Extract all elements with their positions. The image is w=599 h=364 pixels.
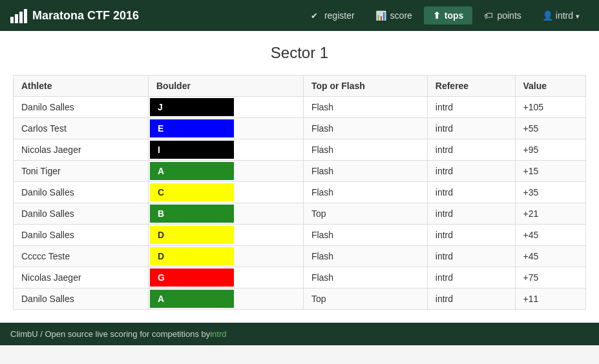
boulder-badge: A bbox=[150, 162, 234, 180]
cell-athlete: Carlos Test bbox=[14, 118, 149, 139]
boulder-badge: B bbox=[150, 205, 234, 223]
page-title: Sector 1 bbox=[13, 44, 586, 62]
cell-athlete: Nicolas Jaeger bbox=[14, 139, 149, 161]
table-header: Athlete Boulder Top or Flash Referee Val… bbox=[14, 76, 586, 97]
cell-boulder: I bbox=[149, 139, 304, 161]
col-boulder: Boulder bbox=[149, 76, 304, 97]
table-row: Nicolas JaegerIFlashintrd+95 bbox=[14, 139, 586, 161]
nav-score-label: score bbox=[390, 10, 412, 21]
nav-score[interactable]: 📊 score bbox=[366, 6, 421, 25]
cell-value: +55 bbox=[515, 118, 586, 139]
cell-value: +105 bbox=[515, 97, 586, 118]
cell-athlete: Ccccc Teste bbox=[14, 246, 149, 267]
boulder-badge: D bbox=[150, 226, 234, 244]
cell-value: +11 bbox=[515, 288, 586, 310]
table-row: Danilo SallesDFlashintrd+45 bbox=[14, 225, 586, 246]
cell-boulder: J bbox=[149, 97, 304, 118]
person-icon: 👤 bbox=[542, 10, 553, 21]
cell-boulder: C bbox=[149, 182, 304, 203]
cell-athlete: Danilo Salles bbox=[14, 97, 149, 118]
footer: ClimbU / Open source live scoring for co… bbox=[0, 323, 599, 345]
cell-referee: intrd bbox=[427, 225, 515, 246]
nav-items: register 📊 score ⬆ tops 🏷 points 👤 intrd bbox=[302, 6, 589, 25]
nav-register-label: register bbox=[324, 10, 355, 21]
cell-top-or-flash: Flash bbox=[303, 246, 427, 267]
bar4 bbox=[24, 9, 27, 23]
boulder-badge: G bbox=[150, 268, 234, 287]
brand-title: Maratona CTF 2016 bbox=[32, 9, 139, 23]
table-row: Carlos TestEFlashintrd+55 bbox=[14, 118, 586, 139]
col-top-or-flash: Top or Flash bbox=[303, 76, 427, 97]
table-body: Danilo SallesJFlashintrd+105Carlos TestE… bbox=[14, 97, 586, 310]
cell-value: +45 bbox=[515, 246, 586, 267]
boulder-badge: E bbox=[150, 119, 234, 137]
table-row: Danilo SallesJFlashintrd+105 bbox=[14, 97, 586, 118]
cell-boulder: B bbox=[149, 203, 304, 225]
bar1 bbox=[10, 17, 14, 23]
cell-athlete: Danilo Salles bbox=[14, 225, 149, 246]
table-row: Danilo SallesBTopintrd+21 bbox=[14, 203, 586, 225]
boulder-badge: D bbox=[150, 247, 234, 265]
boulder-badge: A bbox=[150, 290, 234, 308]
cell-boulder: G bbox=[149, 267, 304, 288]
brand: Maratona CTF 2016 bbox=[10, 8, 139, 23]
footer-text: ClimbU / Open source live scoring for co… bbox=[10, 329, 210, 339]
data-table: Athlete Boulder Top or Flash Referee Val… bbox=[13, 75, 586, 310]
nav-tops[interactable]: ⬆ tops bbox=[424, 6, 473, 25]
header-row: Athlete Boulder Top or Flash Referee Val… bbox=[14, 76, 586, 97]
cell-athlete: Toni Tiger bbox=[14, 161, 149, 182]
nav-intrd-label: intrd bbox=[556, 10, 573, 21]
dropdown-caret bbox=[576, 10, 580, 21]
bar2 bbox=[15, 14, 18, 23]
cell-athlete: Danilo Salles bbox=[14, 182, 149, 203]
cell-referee: intrd bbox=[427, 267, 515, 288]
brand-icon bbox=[10, 8, 27, 23]
cell-value: +35 bbox=[515, 182, 586, 203]
cell-value: +15 bbox=[515, 161, 586, 182]
check-icon bbox=[311, 10, 321, 21]
cell-top-or-flash: Flash bbox=[303, 161, 427, 182]
cell-referee: intrd bbox=[427, 97, 515, 118]
cell-boulder: E bbox=[149, 118, 304, 139]
footer-link[interactable]: intrd bbox=[210, 329, 226, 339]
col-referee: Referee bbox=[427, 76, 515, 97]
chart-icon: 📊 bbox=[375, 10, 386, 21]
upload-icon: ⬆ bbox=[433, 10, 441, 21]
bar3 bbox=[19, 12, 23, 23]
nav-tops-label: tops bbox=[445, 10, 464, 21]
boulder-badge: C bbox=[150, 183, 234, 201]
cell-referee: intrd bbox=[427, 139, 515, 161]
col-value: Value bbox=[515, 76, 586, 97]
cell-top-or-flash: Flash bbox=[303, 267, 427, 288]
cell-value: +75 bbox=[515, 267, 586, 288]
cell-boulder: A bbox=[149, 288, 304, 310]
cell-value: +45 bbox=[515, 225, 586, 246]
table-row: Toni TigerAFlashintrd+15 bbox=[14, 161, 586, 182]
cell-top-or-flash: Flash bbox=[303, 225, 427, 246]
navbar: Maratona CTF 2016 register 📊 score ⬆ top… bbox=[0, 0, 599, 31]
nav-points[interactable]: 🏷 points bbox=[475, 6, 530, 25]
cell-top-or-flash: Top bbox=[303, 203, 427, 225]
cell-top-or-flash: Flash bbox=[303, 182, 427, 203]
cell-referee: intrd bbox=[427, 161, 515, 182]
cell-value: +95 bbox=[515, 139, 586, 161]
cell-top-or-flash: Flash bbox=[303, 97, 427, 118]
main-content: Sector 1 Athlete Boulder Top or Flash Re… bbox=[0, 31, 599, 323]
boulder-badge: I bbox=[150, 141, 234, 159]
nav-intrd-dropdown[interactable]: 👤 intrd bbox=[533, 6, 589, 25]
cell-athlete: Nicolas Jaeger bbox=[14, 267, 149, 288]
cell-referee: intrd bbox=[427, 182, 515, 203]
cell-athlete: Danilo Salles bbox=[14, 288, 149, 310]
cell-referee: intrd bbox=[427, 246, 515, 267]
cell-boulder: D bbox=[149, 225, 304, 246]
cell-athlete: Danilo Salles bbox=[14, 203, 149, 225]
cell-boulder: D bbox=[149, 246, 304, 267]
cell-top-or-flash: Flash bbox=[303, 139, 427, 161]
cell-referee: intrd bbox=[427, 288, 515, 310]
tag-icon: 🏷 bbox=[484, 10, 493, 21]
nav-register[interactable]: register bbox=[302, 6, 364, 25]
cell-referee: intrd bbox=[427, 203, 515, 225]
nav-points-label: points bbox=[497, 10, 521, 21]
boulder-badge: J bbox=[150, 98, 234, 116]
cell-boulder: A bbox=[149, 161, 304, 182]
